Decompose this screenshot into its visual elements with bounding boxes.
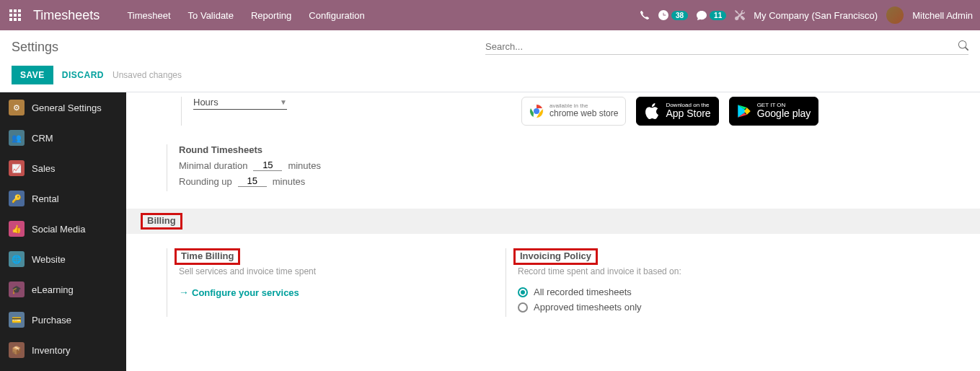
- configure-services-link[interactable]: → Configure your services: [179, 287, 494, 298]
- discard-button[interactable]: DISCARD: [62, 70, 104, 80]
- search-box: [485, 40, 968, 55]
- svg-rect-1: [14, 9, 17, 12]
- messages-badge: 11: [710, 11, 726, 20]
- google-play-badge[interactable]: GET IT ON Google play: [729, 97, 819, 126]
- sidebar-item-label: Purchase: [32, 315, 71, 326]
- radio-unchecked-icon: [518, 302, 528, 313]
- apple-icon: [644, 103, 660, 119]
- sidebar-item-general[interactable]: ⚙General Settings: [0, 92, 126, 123]
- thumbs-up-icon: 👍: [9, 221, 25, 237]
- configure-link-label: Configure your services: [192, 287, 299, 298]
- sidebar-item-label: Rental: [32, 193, 59, 204]
- debug-icon[interactable]: [735, 10, 745, 20]
- sidebar-item-label: General Settings: [32, 102, 102, 113]
- menu-reporting[interactable]: Reporting: [244, 6, 299, 25]
- svg-rect-6: [9, 18, 12, 21]
- top-menu: Timesheet To Validate Reporting Configur…: [120, 6, 371, 25]
- billing-section-label: Billing: [141, 213, 182, 230]
- sidebar-item-label: Website: [32, 254, 66, 265]
- svg-rect-7: [14, 18, 17, 21]
- rounding-label: Rounding up: [179, 176, 232, 187]
- chrome-icon: [529, 104, 544, 118]
- radio-approved-only[interactable]: Approved timesheets only: [518, 302, 968, 313]
- svg-rect-8: [18, 18, 21, 21]
- menu-to-validate[interactable]: To Validate: [181, 6, 241, 25]
- activities-icon[interactable]: 38: [658, 10, 688, 20]
- globe-icon: 🌐: [9, 251, 25, 267]
- page-title: Settings: [12, 40, 58, 55]
- messages-icon[interactable]: 11: [697, 10, 726, 20]
- radio-all-timesheets[interactable]: All recorded timesheets: [518, 287, 968, 297]
- chart-icon: 📈: [9, 160, 25, 176]
- menu-timesheet[interactable]: Timesheet: [120, 6, 177, 25]
- activities-badge: 38: [671, 11, 688, 20]
- search-input[interactable]: [485, 41, 958, 52]
- time-billing-title: Time Billing: [181, 250, 234, 261]
- billing-section-header: Billing: [126, 209, 980, 234]
- play-big-text: Google play: [757, 108, 811, 119]
- chrome-store-badge[interactable]: available in the chrome web store: [521, 97, 626, 126]
- unsaved-status: Unsaved changes: [112, 70, 182, 80]
- sidebar-item-elearning[interactable]: 🎓eLearning: [0, 274, 126, 305]
- svg-rect-5: [18, 14, 21, 17]
- phone-icon[interactable]: [640, 10, 650, 20]
- user-avatar[interactable]: [886, 6, 904, 24]
- svg-point-10: [534, 108, 539, 114]
- cart-icon: 💳: [9, 312, 25, 328]
- graduation-icon: 🎓: [9, 281, 25, 297]
- handshake-icon: 👥: [9, 130, 25, 146]
- sidebar-item-social[interactable]: 👍Social Media: [0, 214, 126, 244]
- company-selector[interactable]: My Company (San Francisco): [754, 10, 878, 21]
- sidebar-item-label: CRM: [32, 133, 53, 144]
- time-billing-desc: Sell services and invoice time spent: [179, 266, 494, 276]
- gear-icon: ⚙: [9, 100, 25, 115]
- apps-menu-icon[interactable]: [0, 0, 30, 30]
- svg-rect-2: [18, 9, 21, 12]
- sidebar-item-website[interactable]: 🌐Website: [0, 244, 126, 274]
- sidebar-item-label: Inventory: [32, 345, 70, 356]
- save-button[interactable]: SAVE: [12, 66, 53, 84]
- radio-checked-icon: [518, 287, 528, 297]
- play-icon: [737, 104, 751, 118]
- systray: 38 11 My Company (San Francisco) Mitchel…: [640, 6, 980, 24]
- svg-rect-4: [14, 14, 17, 17]
- sidebar-item-inventory[interactable]: 📦Inventory: [0, 335, 126, 365]
- sidebar-item-sales[interactable]: 📈Sales: [0, 153, 126, 183]
- round-title: Round Timesheets: [179, 144, 321, 155]
- rounding-input[interactable]: [238, 175, 267, 187]
- sidebar-item-rental[interactable]: 🔑Rental: [0, 183, 126, 214]
- min-duration-unit: minutes: [288, 160, 321, 171]
- menu-configuration[interactable]: Configuration: [301, 6, 371, 25]
- caret-down-icon: ▼: [280, 98, 287, 106]
- svg-rect-3: [9, 14, 12, 17]
- min-duration-input[interactable]: [253, 160, 282, 171]
- key-icon: 🔑: [9, 191, 25, 206]
- sidebar-item-label: Social Media: [32, 224, 85, 235]
- invoicing-policy-desc: Record time spent and invoice it based o…: [518, 266, 968, 276]
- search-icon[interactable]: [958, 40, 968, 53]
- min-duration-label: Minimal duration: [179, 160, 247, 171]
- app-store-badge[interactable]: Download on the App Store: [636, 97, 718, 126]
- sidebar-item-label: eLearning: [32, 284, 74, 295]
- sidebar-item-purchase[interactable]: 💳Purchase: [0, 305, 126, 335]
- arrow-right-icon: →: [179, 287, 189, 298]
- sidebar-item-label: Sales: [32, 163, 56, 174]
- box-icon: 📦: [9, 342, 25, 358]
- radio-all-label: All recorded timesheets: [534, 287, 632, 297]
- settings-sidebar: ⚙General Settings 👥CRM 📈Sales 🔑Rental 👍S…: [0, 92, 126, 371]
- settings-content: Hours ▼ available in the chrome web stor…: [126, 92, 980, 371]
- encoding-value: Hours: [193, 97, 218, 108]
- encoding-select[interactable]: Hours ▼: [193, 97, 287, 110]
- top-navbar: Timesheets Timesheet To Validate Reporti…: [0, 0, 980, 30]
- user-menu[interactable]: Mitchell Admin: [912, 10, 973, 21]
- invoicing-policy-title: Invoicing Policy: [520, 250, 591, 261]
- sidebar-item-crm[interactable]: 👥CRM: [0, 123, 126, 153]
- radio-approved-label: Approved timesheets only: [534, 302, 642, 313]
- app-name[interactable]: Timesheets: [33, 8, 100, 23]
- rounding-unit: minutes: [273, 176, 306, 187]
- svg-rect-0: [9, 9, 12, 12]
- control-panel: Settings SAVE DISCARD Unsaved changes: [0, 30, 980, 92]
- appstore-big-text: App Store: [666, 108, 710, 119]
- chrome-big-text: chrome web store: [549, 109, 618, 118]
